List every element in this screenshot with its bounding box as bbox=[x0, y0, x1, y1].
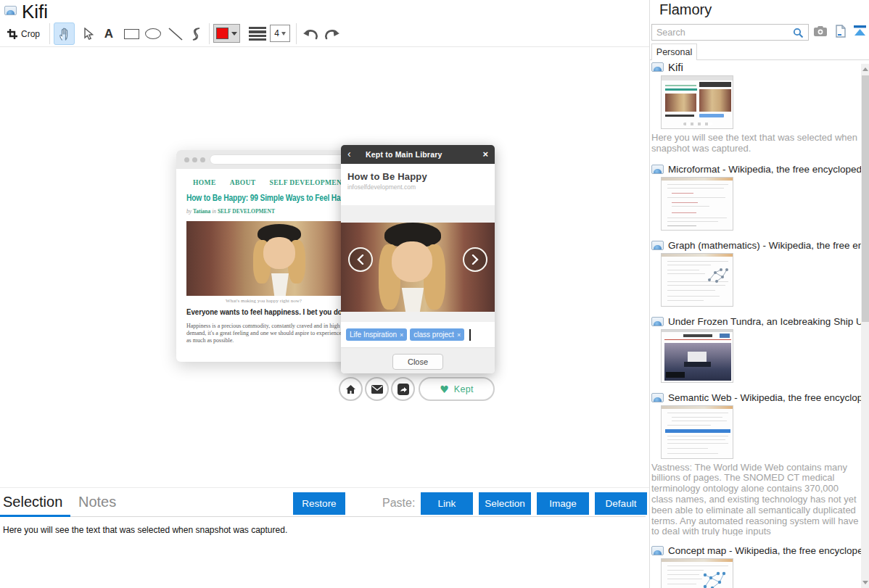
carousel-prev-button[interactable] bbox=[348, 247, 373, 272]
snapshot-thumbnail[interactable] bbox=[661, 75, 733, 129]
close-icon[interactable]: × bbox=[482, 149, 488, 160]
undo-icon bbox=[302, 28, 318, 41]
tab-personal[interactable]: Personal bbox=[651, 44, 697, 60]
tag-label: Life Inspiration bbox=[350, 331, 397, 339]
item-snippet: Here you will see the text that was sele… bbox=[651, 133, 860, 154]
color-picker-button[interactable] bbox=[213, 24, 240, 43]
hand-tool-button[interactable] bbox=[54, 22, 75, 45]
list-item[interactable]: Microformat - Wikipedia, the free encycl… bbox=[651, 164, 861, 231]
paste-selection-button[interactable]: Selection bbox=[479, 492, 531, 515]
paste-default-button[interactable]: Default bbox=[595, 492, 647, 515]
item-title: Graph (mathematics) - Wikipedia, the fre… bbox=[668, 240, 861, 251]
window-dot-icon bbox=[200, 157, 205, 162]
paste-image-button[interactable]: Image bbox=[537, 492, 589, 515]
undo-button[interactable] bbox=[300, 22, 321, 45]
current-color-swatch bbox=[216, 28, 228, 39]
tag-chip[interactable]: Life Inspiration× bbox=[346, 328, 407, 341]
nav-item-about: ABOUT bbox=[230, 179, 256, 186]
ellipse-icon bbox=[145, 28, 161, 39]
site-favicon bbox=[651, 241, 664, 250]
site-favicon bbox=[651, 317, 664, 326]
scroll-down-button[interactable] bbox=[861, 577, 869, 588]
home-action-button[interactable] bbox=[339, 377, 363, 401]
window-dot-icon bbox=[184, 157, 189, 162]
item-title: Microformat - Wikipedia, the free encycl… bbox=[668, 164, 861, 175]
freehand-tool-button[interactable] bbox=[187, 22, 206, 45]
hand-icon bbox=[58, 27, 71, 41]
cursor-icon bbox=[83, 28, 94, 41]
bottom-tabs: Selection Notes Restore Paste: Link Sele… bbox=[0, 488, 646, 517]
tag-chip[interactable]: class project× bbox=[410, 328, 464, 341]
toolbar-divider bbox=[296, 23, 297, 44]
ellipse-tool-button[interactable] bbox=[142, 22, 164, 45]
item-title: Semantic Web - Wikipedia, the free encyc… bbox=[668, 392, 861, 403]
document-icon[interactable] bbox=[836, 25, 846, 38]
share-action-button[interactable] bbox=[391, 377, 415, 401]
paste-link-button[interactable]: Link bbox=[421, 492, 473, 515]
search-box bbox=[651, 24, 809, 41]
nav-item-home: HOME bbox=[193, 179, 216, 186]
redo-icon bbox=[324, 28, 340, 41]
line-width-button[interactable] bbox=[247, 22, 268, 45]
stroke-size-dropdown[interactable]: 4 bbox=[270, 25, 290, 42]
graph-doodle bbox=[705, 267, 730, 284]
list-item[interactable]: Under Frozen Tundra, an Icebreaking Ship… bbox=[651, 316, 861, 383]
stroke-size-value: 4 bbox=[274, 28, 279, 38]
camera-icon[interactable] bbox=[814, 26, 827, 36]
tab-notes[interactable]: Notes bbox=[78, 494, 116, 510]
list-item[interactable]: Kifi Here you will see the text that was… bbox=[651, 61, 861, 154]
item-title: Concept map - Wikipedia, the free encycl… bbox=[668, 545, 861, 556]
tag-remove-icon[interactable]: × bbox=[400, 331, 403, 339]
tag-label: class project bbox=[413, 331, 454, 339]
site-favicon bbox=[651, 546, 664, 555]
chevron-down-icon bbox=[862, 581, 868, 584]
share-icon bbox=[398, 384, 409, 395]
tab-selection[interactable]: Selection bbox=[3, 494, 62, 510]
concept-map-doodle bbox=[699, 569, 730, 588]
snapshot-thumbnail[interactable] bbox=[661, 177, 733, 231]
line-width-icon bbox=[249, 27, 266, 29]
list-item[interactable]: Graph (mathematics) - Wikipedia, the fre… bbox=[651, 240, 861, 307]
item-title: Under Frozen Tundra, an Icebreaking Ship… bbox=[668, 316, 861, 327]
item-snippet: Vastness: The World Wide Web contains ma… bbox=[651, 463, 860, 536]
scroll-up-button[interactable] bbox=[861, 64, 869, 75]
crop-label: Crop bbox=[21, 29, 40, 39]
window-dot-icon bbox=[192, 157, 197, 162]
tag-editor[interactable]: Life Inspiration× class project× bbox=[341, 322, 495, 347]
webpage-paragraph: Happiness is a precious commodity, const… bbox=[186, 323, 343, 344]
text-tool-icon: A bbox=[104, 27, 113, 41]
line-tool-button[interactable] bbox=[165, 22, 186, 45]
item-title: Kifi bbox=[668, 61, 683, 73]
snapshot-thumbnail[interactable] bbox=[661, 329, 733, 383]
crop-button[interactable]: Crop bbox=[4, 22, 43, 45]
scrollbar-thumb[interactable] bbox=[862, 75, 869, 322]
redo-button[interactable] bbox=[322, 22, 342, 45]
select-tool-button[interactable] bbox=[78, 22, 99, 45]
snapshot-canvas[interactable]: HOME ABOUT SELF DEVELOPMENT INSPIRATION … bbox=[0, 48, 649, 487]
back-icon[interactable]: ‹ bbox=[347, 148, 351, 160]
kept-popup: ‹ Kept to Main Library × How to Be Happy… bbox=[341, 145, 495, 373]
list-item[interactable]: Semantic Web - Wikipedia, the free encyc… bbox=[651, 392, 861, 536]
sidebar-scrollbar[interactable] bbox=[861, 64, 869, 588]
nav-item-self-development: SELF DEVELOPMENT bbox=[269, 179, 347, 186]
kept-button[interactable]: ♥ Kept bbox=[419, 377, 495, 401]
tag-remove-icon[interactable]: × bbox=[457, 331, 461, 339]
carousel-next-button[interactable] bbox=[463, 247, 487, 272]
flamory-logo-icon[interactable] bbox=[853, 25, 867, 37]
snapshot-thumbnail[interactable] bbox=[661, 558, 733, 588]
search-icon[interactable] bbox=[793, 28, 804, 38]
rectangle-tool-button[interactable] bbox=[120, 22, 142, 45]
kept-page-title: How to Be Happy bbox=[347, 171, 427, 182]
kept-button-label: Kept bbox=[454, 384, 474, 394]
webpage-byline: by Tatiana in SELF DEVELOPMENT bbox=[186, 208, 275, 215]
snapshot-thumbnail[interactable] bbox=[661, 405, 733, 459]
close-button[interactable]: Close bbox=[392, 354, 443, 370]
list-item[interactable]: Concept map - Wikipedia, the free encycl… bbox=[651, 545, 861, 588]
email-action-button[interactable] bbox=[365, 377, 389, 401]
text-tool-button[interactable]: A bbox=[100, 22, 118, 45]
search-input[interactable] bbox=[652, 25, 808, 40]
snapshot-thumbnail[interactable] bbox=[661, 253, 733, 307]
restore-button[interactable]: Restore bbox=[293, 492, 345, 515]
chevron-right-icon bbox=[471, 254, 479, 265]
sidebar-title: Flamory bbox=[659, 1, 712, 18]
